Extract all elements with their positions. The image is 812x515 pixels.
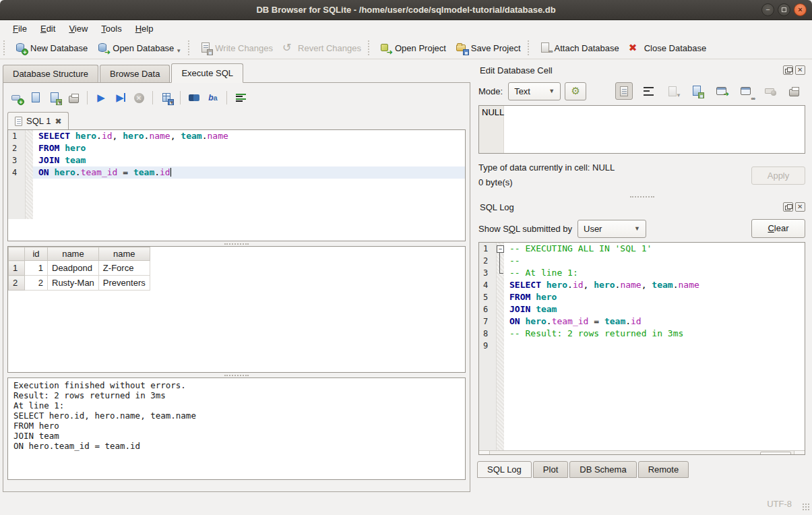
- tab-plot[interactable]: Plot: [533, 461, 568, 478]
- tab-browse-data[interactable]: Browse Data: [100, 65, 170, 82]
- filter-label: Show SQL submitted by: [478, 224, 572, 234]
- save-project-icon: [456, 42, 468, 54]
- left-pane: Database Structure Browse Data Execute S…: [0, 59, 473, 494]
- execution-status-log[interactable]: Execution finished without errors. Resul…: [7, 377, 466, 480]
- binoculars-icon: [189, 93, 199, 102]
- editor-line: 2 FROM hero: [8, 142, 465, 154]
- word-wrap-button[interactable]: [232, 90, 249, 106]
- copy-link-button[interactable]: ∞: [737, 82, 754, 100]
- print-button[interactable]: [65, 90, 82, 106]
- close-icon[interactable]: ×: [794, 3, 807, 16]
- menu-help[interactable]: Help: [129, 22, 160, 36]
- minimize-icon[interactable]: −: [761, 3, 774, 16]
- close-dock-icon[interactable]: [795, 202, 805, 212]
- attach-database-icon: ∞: [539, 42, 551, 54]
- export-results-button[interactable]: ▼: [158, 90, 175, 106]
- sql-log-dock: SQL Log Show SQL submitted by User▼ Clea…: [477, 199, 807, 494]
- open-sql-file-button[interactable]: [28, 90, 44, 106]
- right-dock-area: Edit Database Cell Mode: Text▼ ⚙ ▼ ➜ ∞: [473, 59, 812, 494]
- column-header-name2[interactable]: name: [98, 247, 150, 261]
- splitter-handle[interactable]: [7, 241, 466, 246]
- scroll-right-icon[interactable]: ▶: [794, 451, 805, 455]
- execute-line-button[interactable]: ▶: [112, 90, 128, 106]
- maximize-icon[interactable]: [778, 3, 790, 16]
- mode-select[interactable]: Text▼: [508, 82, 561, 100]
- menu-file[interactable]: File: [7, 22, 33, 36]
- new-database-icon: +: [15, 42, 27, 54]
- close-database-button[interactable]: ✖ Close Database: [624, 39, 712, 57]
- editor-line: 3 JOIN team: [8, 154, 465, 166]
- link-icon: ∞: [751, 95, 755, 102]
- close-dock-icon[interactable]: [795, 65, 805, 75]
- open-in-external-button[interactable]: ➜: [712, 82, 730, 100]
- sql-log-view[interactable]: 1-- EXECUTING ALL IN 'SQL 1' 2-- 3-- At …: [478, 242, 805, 455]
- table-row[interactable]: 1 1 Deadpond Z-Force: [9, 261, 150, 276]
- sql-toolbar: + ▼ ▶ ▶ ✕ ▼ ba: [7, 86, 466, 109]
- resize-grip-icon[interactable]: [802, 503, 810, 511]
- align-lines-icon: [236, 94, 246, 102]
- text-cursor: [170, 168, 171, 177]
- sql-editor[interactable]: 1 SELECT hero.id, hero.name, team.name 2…: [7, 129, 466, 241]
- encoding-indicator[interactable]: UTF-8: [767, 499, 792, 509]
- fold-marker-icon[interactable]: [497, 243, 504, 255]
- cell-type-info: Type of data currently in cell: NULL: [478, 160, 751, 175]
- apply-button: Apply: [751, 166, 805, 185]
- chevron-down-icon[interactable]: ▼: [176, 48, 181, 54]
- column-header-name[interactable]: name: [48, 247, 99, 261]
- close-database-icon: ✖: [629, 42, 641, 54]
- revert-changes-icon: ↺: [282, 42, 294, 54]
- scrollbar-thumb[interactable]: [760, 452, 791, 455]
- execute-all-button[interactable]: ▶: [93, 90, 109, 106]
- splitter-handle[interactable]: [7, 373, 466, 377]
- text-mode-button[interactable]: [615, 82, 633, 100]
- format-sql-button[interactable]: ba: [205, 90, 221, 106]
- find-button[interactable]: [186, 90, 202, 106]
- splitter-handle[interactable]: [477, 194, 807, 199]
- chevron-down-icon: ▼: [634, 225, 640, 232]
- scroll-left-icon[interactable]: ◀: [479, 451, 490, 455]
- new-database-button[interactable]: + New Database: [10, 39, 92, 57]
- tab-remote[interactable]: Remote: [638, 461, 689, 478]
- close-tab-icon[interactable]: ✖: [55, 117, 61, 126]
- revert-changes-button: ↺ Revert Changes: [278, 39, 366, 57]
- bottom-dock-tabs: SQL Log Plot DB Schema Remote: [477, 455, 807, 478]
- float-dock-icon[interactable]: [783, 202, 793, 212]
- menu-bar: File Edit View Tools Help: [0, 20, 812, 37]
- new-sql-tab-button[interactable]: +: [9, 90, 25, 106]
- menu-edit[interactable]: Edit: [34, 22, 61, 36]
- arrow-icon: ➜: [724, 90, 729, 98]
- window-icon: [741, 87, 751, 95]
- status-bar: UTF-8: [0, 494, 812, 513]
- titlebar: DB Browser for SQLite - /home/user/code/…: [0, 0, 812, 20]
- word-wrap-button[interactable]: [639, 82, 657, 100]
- save-project-button[interactable]: Save Project: [451, 39, 526, 57]
- print-cell-button[interactable]: [785, 82, 803, 100]
- set-null-icon: [765, 88, 774, 94]
- menu-tools[interactable]: Tools: [95, 22, 127, 36]
- sql1-tab[interactable]: SQL 1 ✖: [7, 112, 69, 129]
- clear-button[interactable]: Clear: [751, 219, 805, 238]
- main-tab-bar: Database Structure Browse Data Execute S…: [0, 65, 473, 82]
- tab-sql-log[interactable]: SQL Log: [477, 461, 532, 478]
- submitter-select[interactable]: User▼: [577, 220, 646, 238]
- menu-view[interactable]: View: [63, 22, 94, 36]
- open-database-icon: ➜: [97, 42, 109, 54]
- toolbar-handle: [528, 40, 532, 55]
- write-changes-button: Write Changes: [195, 39, 278, 57]
- tab-execute-sql[interactable]: Execute SQL: [171, 63, 243, 83]
- import-settings-button[interactable]: ⚙: [565, 82, 586, 100]
- tab-database-structure[interactable]: Database Structure: [3, 65, 98, 82]
- save-sql-file-button[interactable]: ▼: [46, 90, 63, 106]
- import-cell-button: ▼: [664, 82, 681, 100]
- export-cell-button[interactable]: [688, 82, 706, 100]
- float-dock-icon[interactable]: [783, 65, 793, 75]
- attach-database-button[interactable]: ∞ Attach Database: [534, 39, 624, 57]
- tab-db-schema[interactable]: DB Schema: [569, 461, 636, 478]
- horizontal-scrollbar[interactable]: ◀ ▶: [479, 450, 805, 455]
- toolbar-handle: [3, 40, 8, 55]
- table-row[interactable]: 2 2 Rusty-Man Preventers: [9, 276, 150, 291]
- column-header-id[interactable]: id: [25, 247, 48, 261]
- open-database-button[interactable]: ➜ Open Database ▼: [92, 39, 186, 57]
- cell-editor[interactable]: NULL: [478, 105, 805, 154]
- open-project-button[interactable]: ➜ Open Project: [375, 39, 451, 57]
